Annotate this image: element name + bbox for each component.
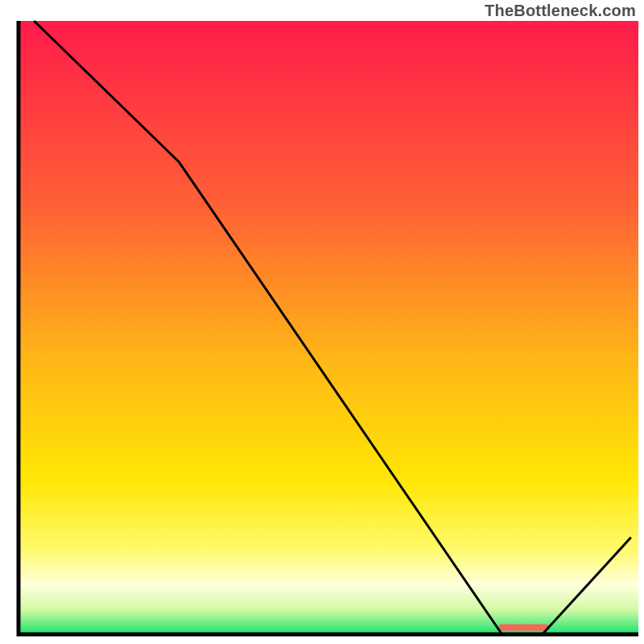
chart-container: TheBottleneck.com <box>0 0 644 644</box>
bottleneck-chart <box>0 0 644 644</box>
annotation-bar <box>499 625 549 631</box>
plot-background <box>19 21 638 634</box>
